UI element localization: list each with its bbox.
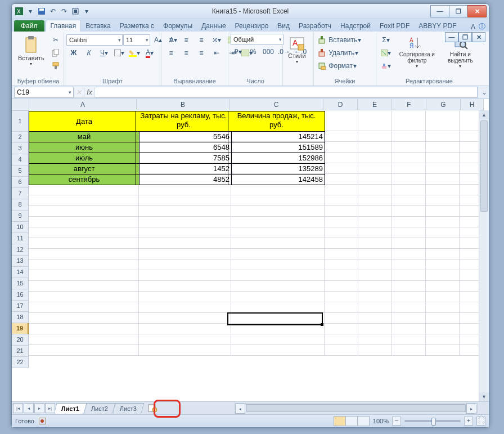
cell[interactable]	[321, 249, 358, 259]
cell[interactable]	[422, 185, 460, 195]
help-icon[interactable]: ⓘ	[479, 22, 485, 32]
cell[interactable]	[136, 270, 231, 281]
cell[interactable]	[355, 111, 392, 131]
align-middle-icon[interactable]: ≡	[179, 34, 194, 46]
cell[interactable]	[321, 153, 358, 163]
cut-icon[interactable]: ✂	[48, 34, 63, 46]
tab-insert[interactable]: Вставка	[81, 20, 115, 32]
cell[interactable]	[389, 334, 426, 345]
cell[interactable]	[136, 345, 231, 356]
cell[interactable]	[321, 131, 358, 142]
cell[interactable]	[321, 163, 358, 174]
row-header[interactable]: 6	[12, 177, 29, 188]
cell[interactable]	[228, 292, 325, 302]
cell[interactable]: сентябрь	[29, 174, 140, 185]
row-header[interactable]: 7	[12, 188, 29, 199]
hscroll-thumb[interactable]	[246, 404, 466, 412]
cell[interactable]	[422, 227, 460, 238]
cell[interactable]: июнь	[29, 142, 140, 153]
vertical-scrollbar[interactable]: ▲ ▼	[479, 110, 489, 401]
cell[interactable]	[321, 302, 358, 313]
select-all-corner[interactable]	[12, 99, 29, 111]
cell[interactable]	[355, 324, 392, 334]
comma-icon[interactable]: 000	[261, 46, 276, 58]
cell[interactable]	[422, 302, 460, 313]
cell[interactable]	[321, 334, 358, 345]
cell[interactable]	[29, 345, 139, 356]
font-color-icon[interactable]: A▾	[142, 47, 157, 59]
cell[interactable]	[29, 334, 139, 345]
tab-nav-next-icon[interactable]: ▸	[34, 403, 44, 413]
excel-icon[interactable]: X	[14, 6, 24, 16]
row-header[interactable]: 3	[12, 143, 29, 154]
cell[interactable]	[389, 292, 426, 302]
save-icon[interactable]	[37, 6, 47, 16]
cell[interactable]	[389, 259, 426, 270]
cell[interactable]	[389, 185, 426, 195]
cell[interactable]	[389, 131, 426, 142]
cell[interactable]	[355, 217, 392, 227]
format-cells-button[interactable]: Формат▾	[316, 60, 377, 72]
row-header[interactable]: 18	[12, 312, 29, 323]
cell[interactable]	[136, 302, 231, 313]
cell[interactable]	[228, 270, 325, 281]
cell[interactable]: май	[29, 131, 140, 142]
cell[interactable]	[355, 270, 392, 281]
cell[interactable]	[389, 217, 426, 227]
currency-icon[interactable]: ₽▾	[231, 46, 245, 58]
vscroll-thumb[interactable]	[480, 120, 488, 212]
number-format-combo[interactable]: Общий	[231, 34, 284, 45]
cell[interactable]: 7585	[136, 153, 232, 164]
tab-layout[interactable]: Разметка с	[115, 20, 159, 32]
delete-cells-button[interactable]: Удалить▾	[316, 47, 377, 59]
cell[interactable]	[422, 174, 460, 185]
cell[interactable]	[422, 259, 460, 270]
fill-color-icon[interactable]: ▾	[127, 47, 142, 59]
col-header-F[interactable]: F	[392, 99, 426, 110]
cell[interactable]	[136, 259, 231, 270]
cell[interactable]	[422, 238, 460, 249]
cell[interactable]	[136, 238, 231, 249]
view-normal-icon[interactable]	[334, 416, 346, 426]
cell[interactable]	[355, 249, 392, 259]
align-bottom-icon[interactable]: ≡	[194, 34, 209, 46]
cell[interactable]	[422, 281, 460, 292]
qat-more-icon[interactable]	[70, 6, 80, 16]
close-button[interactable]: ✕	[467, 5, 487, 17]
cell[interactable]	[355, 153, 392, 163]
cell[interactable]	[389, 195, 426, 206]
cell[interactable]	[389, 281, 426, 292]
cell[interactable]	[422, 313, 460, 324]
cell[interactable]	[355, 313, 392, 324]
row-header[interactable]: 1	[12, 111, 29, 132]
macro-record-icon[interactable]	[39, 418, 46, 424]
row-header[interactable]: 11	[12, 233, 29, 244]
view-pagebreak-icon[interactable]	[357, 416, 370, 426]
qat-customize-icon[interactable]: ▾	[82, 6, 92, 16]
workbook-close-button[interactable]: ✕	[472, 32, 485, 42]
cell[interactable]	[355, 238, 392, 249]
minimize-ribbon-icon[interactable]: ᐱ	[471, 23, 475, 31]
cell[interactable]	[321, 206, 358, 217]
formula-input[interactable]	[95, 87, 478, 98]
cell[interactable]	[321, 227, 358, 238]
cell[interactable]: 145214	[228, 131, 325, 142]
underline-icon[interactable]: Ч▾	[97, 47, 111, 59]
cell[interactable]	[355, 345, 392, 356]
row-header[interactable]: 10	[12, 222, 29, 233]
qat-dropdown-icon[interactable]: ▾	[25, 6, 35, 16]
cell[interactable]	[228, 206, 325, 217]
zoom-value[interactable]: 100%	[373, 418, 389, 424]
cell[interactable]	[389, 313, 426, 324]
indent-decrease-icon[interactable]: ⇤	[209, 47, 224, 59]
row-header[interactable]: 15	[12, 278, 29, 289]
cell[interactable]	[136, 249, 231, 259]
cell[interactable]	[422, 217, 460, 227]
tab-nav-first-icon[interactable]: |◂	[13, 403, 23, 413]
cell[interactable]: июль	[29, 153, 140, 164]
row-header[interactable]: 13	[12, 256, 29, 267]
cell[interactable]	[355, 334, 392, 345]
cell[interactable]	[422, 206, 460, 217]
workbook-minimize-button[interactable]: —	[445, 32, 458, 42]
cell[interactable]	[355, 131, 392, 142]
